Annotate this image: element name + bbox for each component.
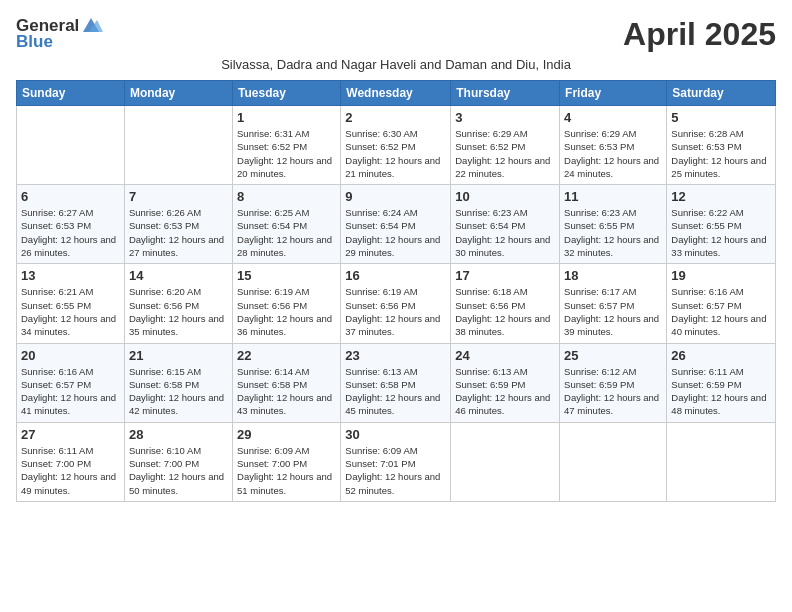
day-info: Sunrise: 6:21 AMSunset: 6:55 PMDaylight:… xyxy=(21,285,120,338)
day-info: Sunrise: 6:20 AMSunset: 6:56 PMDaylight:… xyxy=(129,285,228,338)
calendar-cell: 21Sunrise: 6:15 AMSunset: 6:58 PMDayligh… xyxy=(124,343,232,422)
calendar-cell: 28Sunrise: 6:10 AMSunset: 7:00 PMDayligh… xyxy=(124,422,232,501)
calendar-header-row: SundayMondayTuesdayWednesdayThursdayFrid… xyxy=(17,81,776,106)
calendar-cell: 12Sunrise: 6:22 AMSunset: 6:55 PMDayligh… xyxy=(667,185,776,264)
day-info: Sunrise: 6:13 AMSunset: 6:59 PMDaylight:… xyxy=(455,365,555,418)
day-number: 10 xyxy=(455,189,555,204)
day-info: Sunrise: 6:16 AMSunset: 6:57 PMDaylight:… xyxy=(21,365,120,418)
calendar-week-row: 13Sunrise: 6:21 AMSunset: 6:55 PMDayligh… xyxy=(17,264,776,343)
header-day-thursday: Thursday xyxy=(451,81,560,106)
day-number: 26 xyxy=(671,348,771,363)
calendar-cell: 29Sunrise: 6:09 AMSunset: 7:00 PMDayligh… xyxy=(233,422,341,501)
day-info: Sunrise: 6:13 AMSunset: 6:58 PMDaylight:… xyxy=(345,365,446,418)
calendar-cell: 1Sunrise: 6:31 AMSunset: 6:52 PMDaylight… xyxy=(233,106,341,185)
calendar-cell: 13Sunrise: 6:21 AMSunset: 6:55 PMDayligh… xyxy=(17,264,125,343)
day-number: 9 xyxy=(345,189,446,204)
day-info: Sunrise: 6:28 AMSunset: 6:53 PMDaylight:… xyxy=(671,127,771,180)
day-number: 21 xyxy=(129,348,228,363)
calendar-cell xyxy=(667,422,776,501)
day-info: Sunrise: 6:31 AMSunset: 6:52 PMDaylight:… xyxy=(237,127,336,180)
calendar-cell: 5Sunrise: 6:28 AMSunset: 6:53 PMDaylight… xyxy=(667,106,776,185)
header-day-friday: Friday xyxy=(560,81,667,106)
calendar-body: 1Sunrise: 6:31 AMSunset: 6:52 PMDaylight… xyxy=(17,106,776,502)
calendar-week-row: 27Sunrise: 6:11 AMSunset: 7:00 PMDayligh… xyxy=(17,422,776,501)
day-info: Sunrise: 6:14 AMSunset: 6:58 PMDaylight:… xyxy=(237,365,336,418)
day-info: Sunrise: 6:19 AMSunset: 6:56 PMDaylight:… xyxy=(237,285,336,338)
calendar-cell: 4Sunrise: 6:29 AMSunset: 6:53 PMDaylight… xyxy=(560,106,667,185)
calendar-cell: 23Sunrise: 6:13 AMSunset: 6:58 PMDayligh… xyxy=(341,343,451,422)
header-day-monday: Monday xyxy=(124,81,232,106)
day-info: Sunrise: 6:24 AMSunset: 6:54 PMDaylight:… xyxy=(345,206,446,259)
day-info: Sunrise: 6:29 AMSunset: 6:53 PMDaylight:… xyxy=(564,127,662,180)
day-info: Sunrise: 6:11 AMSunset: 7:00 PMDaylight:… xyxy=(21,444,120,497)
calendar-cell: 2Sunrise: 6:30 AMSunset: 6:52 PMDaylight… xyxy=(341,106,451,185)
calendar-cell xyxy=(451,422,560,501)
day-info: Sunrise: 6:25 AMSunset: 6:54 PMDaylight:… xyxy=(237,206,336,259)
day-info: Sunrise: 6:19 AMSunset: 6:56 PMDaylight:… xyxy=(345,285,446,338)
day-number: 2 xyxy=(345,110,446,125)
page-header: General Blue April 2025 xyxy=(16,16,776,53)
calendar-week-row: 6Sunrise: 6:27 AMSunset: 6:53 PMDaylight… xyxy=(17,185,776,264)
day-number: 1 xyxy=(237,110,336,125)
calendar-table: SundayMondayTuesdayWednesdayThursdayFrid… xyxy=(16,80,776,502)
day-number: 28 xyxy=(129,427,228,442)
day-info: Sunrise: 6:18 AMSunset: 6:56 PMDaylight:… xyxy=(455,285,555,338)
day-info: Sunrise: 6:16 AMSunset: 6:57 PMDaylight:… xyxy=(671,285,771,338)
day-info: Sunrise: 6:10 AMSunset: 7:00 PMDaylight:… xyxy=(129,444,228,497)
day-info: Sunrise: 6:27 AMSunset: 6:53 PMDaylight:… xyxy=(21,206,120,259)
day-info: Sunrise: 6:15 AMSunset: 6:58 PMDaylight:… xyxy=(129,365,228,418)
day-number: 27 xyxy=(21,427,120,442)
calendar-cell: 3Sunrise: 6:29 AMSunset: 6:52 PMDaylight… xyxy=(451,106,560,185)
calendar-cell: 30Sunrise: 6:09 AMSunset: 7:01 PMDayligh… xyxy=(341,422,451,501)
calendar-cell: 19Sunrise: 6:16 AMSunset: 6:57 PMDayligh… xyxy=(667,264,776,343)
day-number: 16 xyxy=(345,268,446,283)
month-title: April 2025 xyxy=(623,16,776,53)
header-day-sunday: Sunday xyxy=(17,81,125,106)
calendar-cell xyxy=(17,106,125,185)
day-number: 5 xyxy=(671,110,771,125)
calendar-cell: 14Sunrise: 6:20 AMSunset: 6:56 PMDayligh… xyxy=(124,264,232,343)
calendar-cell: 25Sunrise: 6:12 AMSunset: 6:59 PMDayligh… xyxy=(560,343,667,422)
day-info: Sunrise: 6:29 AMSunset: 6:52 PMDaylight:… xyxy=(455,127,555,180)
day-number: 13 xyxy=(21,268,120,283)
calendar-cell: 8Sunrise: 6:25 AMSunset: 6:54 PMDaylight… xyxy=(233,185,341,264)
day-number: 20 xyxy=(21,348,120,363)
calendar-cell xyxy=(560,422,667,501)
day-info: Sunrise: 6:26 AMSunset: 6:53 PMDaylight:… xyxy=(129,206,228,259)
calendar-cell: 27Sunrise: 6:11 AMSunset: 7:00 PMDayligh… xyxy=(17,422,125,501)
calendar-cell xyxy=(124,106,232,185)
day-number: 18 xyxy=(564,268,662,283)
calendar-week-row: 1Sunrise: 6:31 AMSunset: 6:52 PMDaylight… xyxy=(17,106,776,185)
calendar-cell: 18Sunrise: 6:17 AMSunset: 6:57 PMDayligh… xyxy=(560,264,667,343)
day-number: 11 xyxy=(564,189,662,204)
day-info: Sunrise: 6:17 AMSunset: 6:57 PMDaylight:… xyxy=(564,285,662,338)
day-number: 6 xyxy=(21,189,120,204)
day-info: Sunrise: 6:09 AMSunset: 7:00 PMDaylight:… xyxy=(237,444,336,497)
day-number: 8 xyxy=(237,189,336,204)
day-info: Sunrise: 6:09 AMSunset: 7:01 PMDaylight:… xyxy=(345,444,446,497)
header-day-tuesday: Tuesday xyxy=(233,81,341,106)
day-info: Sunrise: 6:12 AMSunset: 6:59 PMDaylight:… xyxy=(564,365,662,418)
calendar-cell: 9Sunrise: 6:24 AMSunset: 6:54 PMDaylight… xyxy=(341,185,451,264)
day-number: 3 xyxy=(455,110,555,125)
header-day-wednesday: Wednesday xyxy=(341,81,451,106)
day-number: 22 xyxy=(237,348,336,363)
logo: General Blue xyxy=(16,16,103,52)
day-number: 14 xyxy=(129,268,228,283)
calendar-cell: 24Sunrise: 6:13 AMSunset: 6:59 PMDayligh… xyxy=(451,343,560,422)
calendar-cell: 17Sunrise: 6:18 AMSunset: 6:56 PMDayligh… xyxy=(451,264,560,343)
day-number: 12 xyxy=(671,189,771,204)
day-number: 19 xyxy=(671,268,771,283)
calendar-cell: 22Sunrise: 6:14 AMSunset: 6:58 PMDayligh… xyxy=(233,343,341,422)
calendar-cell: 16Sunrise: 6:19 AMSunset: 6:56 PMDayligh… xyxy=(341,264,451,343)
logo-blue: Blue xyxy=(16,32,103,52)
day-number: 7 xyxy=(129,189,228,204)
day-number: 24 xyxy=(455,348,555,363)
calendar-cell: 26Sunrise: 6:11 AMSunset: 6:59 PMDayligh… xyxy=(667,343,776,422)
day-info: Sunrise: 6:23 AMSunset: 6:55 PMDaylight:… xyxy=(564,206,662,259)
day-info: Sunrise: 6:22 AMSunset: 6:55 PMDaylight:… xyxy=(671,206,771,259)
calendar-cell: 11Sunrise: 6:23 AMSunset: 6:55 PMDayligh… xyxy=(560,185,667,264)
calendar-cell: 10Sunrise: 6:23 AMSunset: 6:54 PMDayligh… xyxy=(451,185,560,264)
day-number: 23 xyxy=(345,348,446,363)
calendar-subtitle: Silvassa, Dadra and Nagar Haveli and Dam… xyxy=(16,57,776,72)
